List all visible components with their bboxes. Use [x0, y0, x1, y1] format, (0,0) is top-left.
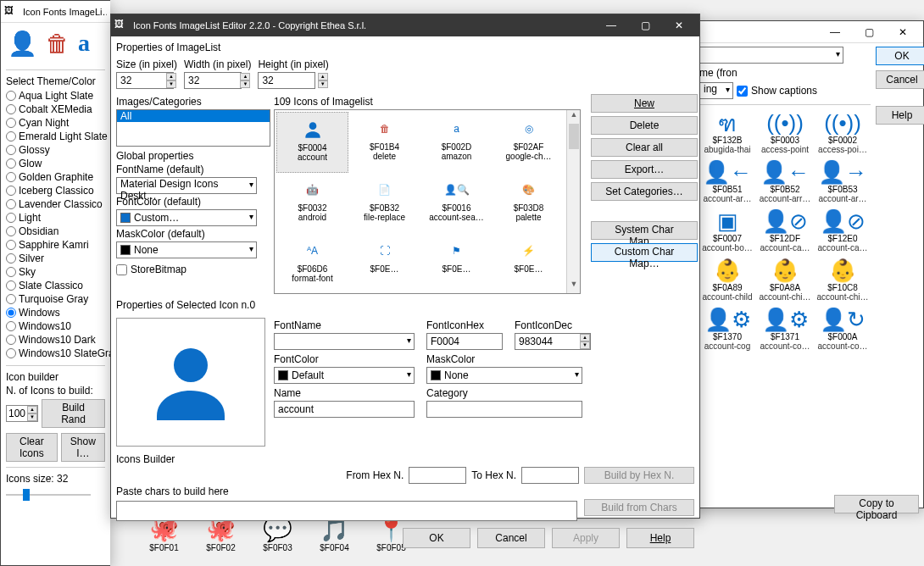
minimize-button[interactable]: — [594, 14, 628, 36]
from-hex-input[interactable] [409, 467, 466, 484]
to-hex-input[interactable] [521, 467, 579, 484]
icon-account-ar…[interactable]: 👤←$F0B51account-ar… [699, 158, 755, 205]
icon-account-ca…[interactable]: 👤⊘$F12DFaccount-ca… [757, 207, 813, 254]
fonticonhex-input[interactable] [426, 333, 503, 350]
clear-icons-button[interactable]: Clear Icons [6, 433, 58, 462]
icon-account-ar…[interactable]: 👤→$F0B53account-ar… [815, 158, 871, 205]
maximize-button[interactable]: ▢ [628, 14, 662, 36]
theme-radio-light[interactable]: Light [6, 211, 105, 225]
size-input[interactable] [116, 72, 174, 89]
theme-radio-windows10-slategray[interactable]: Windows10 SlateGray [6, 347, 105, 360]
name-combo[interactable]: ing [699, 82, 733, 99]
dlg-apply-button[interactable]: Apply [552, 528, 620, 548]
storebitmap-checkbox[interactable]: StoreBitmap [116, 264, 270, 275]
build-random-button[interactable]: Build Rand [42, 399, 105, 428]
gallery-icon-android[interactable]: 🤖$F0032android [276, 173, 348, 234]
gallery-icon-amazon[interactable]: a$F002Damazon [420, 112, 493, 173]
dlg-help-button[interactable]: Help [626, 528, 694, 548]
icon-account-arr…[interactable]: 👤←$F0B52account-arr… [757, 158, 813, 205]
sel-name-input[interactable] [274, 401, 415, 418]
set-categories-button[interactable]: Set Categories… [591, 182, 698, 201]
gallery-icon-file-replace[interactable]: 📄$F0B32file-replace [348, 173, 420, 234]
delete-button[interactable]: Delete [591, 116, 698, 135]
icon-account-chi…[interactable]: 👶$F0A8Aaccount-chi… [757, 256, 813, 303]
help-button[interactable]: Help [876, 106, 924, 125]
theme-radio-golden-graphite[interactable]: Golden Graphite [6, 170, 105, 184]
icon-abugida-thai[interactable]: ฑ$F132Babugida-thai [699, 108, 755, 156]
theme-radio-lavender-classico[interactable]: Lavender Classico [6, 197, 105, 211]
custom-charmap-button[interactable]: Custom Char Map… [591, 243, 698, 262]
build-hex-button[interactable]: Build by Hex N. [584, 467, 694, 484]
icon-account-child[interactable]: 👶$F0A89account-child [699, 256, 755, 303]
gallery-icon-delete[interactable]: 🗑$F01B4delete [348, 112, 420, 173]
maskcolor-default-combo[interactable]: None [116, 241, 257, 258]
theme-radio-sky[interactable]: Sky [6, 265, 105, 279]
gallery-icon-$F0E…[interactable]: ⛶$F0E… [348, 234, 420, 293]
theme-radio-windows10[interactable]: Windows10 [6, 319, 105, 333]
theme-radio-glow[interactable]: Glow [6, 157, 105, 170]
theme-radio-emerald-light-slate[interactable]: Emerald Light Slate [6, 130, 105, 143]
icon-account-cog[interactable]: 👤⚙$F1370account-cog [699, 305, 755, 352]
gallery-icon-$F0E…[interactable]: ⚡$F0E… [493, 234, 565, 293]
width-input[interactable] [184, 72, 242, 89]
maximize-button[interactable]: ▢ [852, 21, 886, 43]
theme-radio-cyan-night[interactable]: Cyan Night [6, 116, 105, 130]
new-button[interactable]: New [591, 94, 698, 113]
icon-account-ca…[interactable]: 👤⊘$F12E0account-ca… [815, 207, 871, 254]
theme-radio-windows[interactable]: Windows [6, 306, 105, 319]
gallery-icon-google-ch…[interactable]: ◎$F02AFgoogle-ch… [493, 112, 565, 173]
sel-maskcolor-combo[interactable]: None [426, 367, 582, 384]
account-icon[interactable]: 👤 [8, 30, 37, 58]
icon-account-co…[interactable]: 👤⚙$F1371account-co… [757, 305, 813, 352]
name-from-label: me (fron [699, 67, 738, 79]
fontcolor-default-combo[interactable]: Custom… [116, 209, 257, 226]
theme-radio-turquoise-gray[interactable]: Turquoise Gray [6, 292, 105, 306]
sel-fontcolor-combo[interactable]: Default [274, 367, 415, 384]
theme-radio-iceberg-classico[interactable]: Iceberg Classico [6, 184, 105, 197]
gallery-icon-format-font[interactable]: ᴬA$F06D6format-font [276, 234, 348, 293]
amazon-icon[interactable]: a [78, 30, 90, 58]
theme-radio-sapphire-kamri[interactable]: Sapphire Kamri [6, 238, 105, 252]
clear-all-button[interactable]: Clear all [591, 138, 698, 157]
minimize-button[interactable]: — [818, 21, 852, 43]
delete-icon[interactable]: 🗑 [46, 30, 70, 58]
height-input[interactable] [258, 72, 315, 89]
theme-radio-silver[interactable]: Silver [6, 252, 105, 265]
theme-radio-aqua-light-slate[interactable]: Aqua Light Slate [6, 89, 105, 103]
icon-account-co…[interactable]: 👤↻$F000Aaccount-co… [815, 305, 871, 352]
theme-radio-cobalt-xemedia[interactable]: Cobalt XEMedia [6, 103, 105, 116]
close-button[interactable]: ✕ [662, 14, 696, 36]
icon-account-chi…[interactable]: 👶$F10C8account-chi… [815, 256, 871, 303]
right-combo[interactable] [699, 47, 843, 64]
gallery-icon-palette[interactable]: 🎨$F03D8palette [493, 173, 565, 234]
copy-clipboard-button[interactable]: Copy to Cipboard [834, 495, 919, 513]
dlg-ok-button[interactable]: OK [403, 528, 470, 548]
ok-button[interactable]: OK [876, 47, 924, 65]
theme-radio-glossy[interactable]: Glossy [6, 143, 105, 157]
dlg-cancel-button[interactable]: Cancel [477, 528, 545, 548]
system-charmap-button[interactable]: System Char Map… [591, 221, 698, 240]
categories-listbox[interactable]: All [116, 109, 270, 147]
theme-radio-slate-classico[interactable]: Slate Classico [6, 279, 105, 292]
icon-access-point[interactable]: ((•))$F0003access-point [757, 108, 813, 156]
icon-account-bo…[interactable]: ▣$F0007account-bo… [699, 207, 755, 254]
icon-size-slider[interactable] [6, 486, 91, 503]
icon-access-poi…[interactable]: ((•))$F0002access-poi… [815, 108, 871, 156]
gallery-icon-$F0E…[interactable]: ⚑$F0E… [420, 234, 493, 293]
sel-category-input[interactable] [426, 401, 582, 418]
export-button[interactable]: Export… [591, 160, 698, 179]
cancel-button[interactable]: Cancel [876, 70, 924, 89]
builder-label: Icon builder [6, 371, 105, 383]
sel-fontname-combo[interactable] [274, 333, 415, 350]
build-chars-button[interactable]: Build from Chars [584, 499, 694, 516]
gallery-scrollbar[interactable]: ▲ ▼ [566, 110, 580, 293]
gallery-icon-account[interactable]: $F0004account [276, 112, 348, 173]
close-button[interactable]: ✕ [886, 21, 920, 43]
paste-chars-input[interactable] [116, 501, 577, 521]
show-captions-checkbox[interactable]: Show captions [737, 85, 817, 97]
theme-radio-obsidian[interactable]: Obsidian [6, 225, 105, 238]
fontname-default-combo[interactable]: Material Design Icons Deskt… [116, 177, 257, 194]
show-images-button[interactable]: Show I… [61, 433, 105, 462]
gallery-icon-account-sea…[interactable]: 👤🔍$F0016account-sea… [420, 173, 493, 234]
theme-radio-windows10-dark[interactable]: Windows10 Dark [6, 333, 105, 347]
